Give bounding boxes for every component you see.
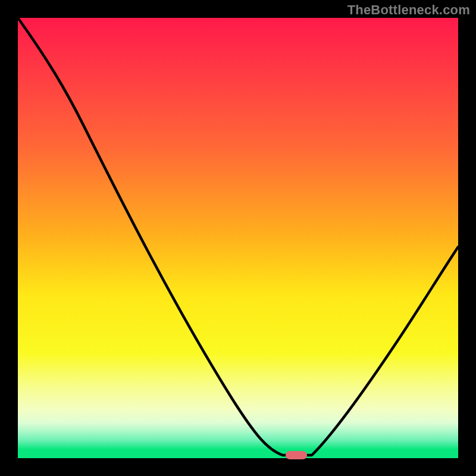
watermark-text: TheBottleneck.com xyxy=(347,2,470,18)
chart-container: TheBottleneck.com xyxy=(0,0,476,476)
minimum-marker xyxy=(286,451,307,459)
bottleneck-curve-line xyxy=(18,18,458,455)
curve-svg xyxy=(18,18,458,458)
plot-area xyxy=(18,18,458,458)
